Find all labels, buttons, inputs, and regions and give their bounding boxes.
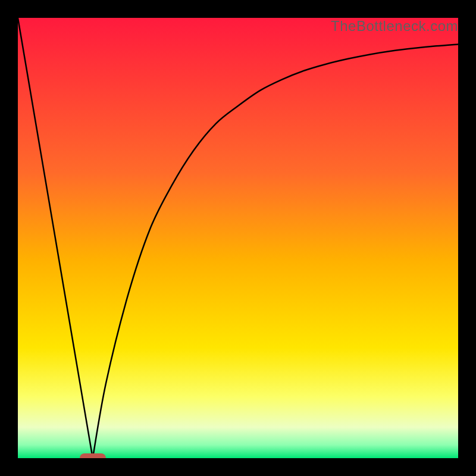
curve-left-segment — [18, 18, 93, 458]
minimum-marker — [80, 453, 106, 458]
plot-area — [18, 18, 458, 458]
watermark-text: TheBottleneck.com — [331, 18, 458, 35]
curve-layer — [18, 18, 458, 458]
curve-right-segment — [93, 44, 458, 458]
chart-frame: TheBottleneck.com — [0, 0, 476, 476]
